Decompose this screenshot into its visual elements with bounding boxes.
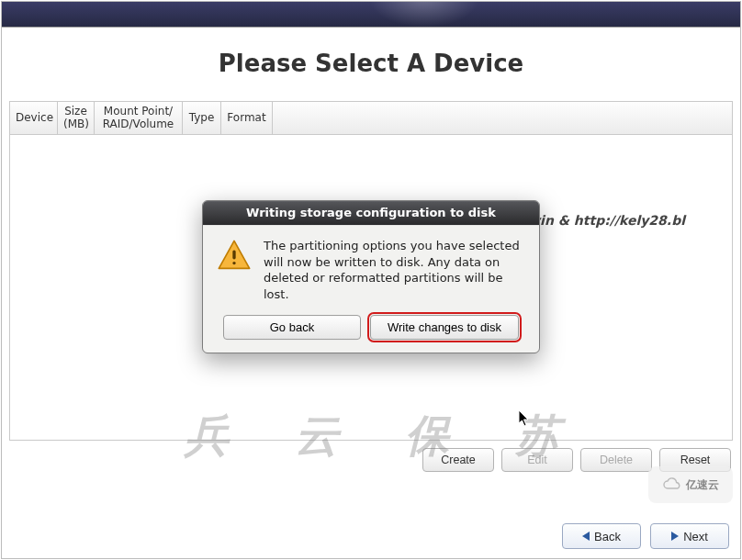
cloud-icon bbox=[662, 477, 682, 492]
partition-action-row: Create Edit Delete Reset bbox=[2, 448, 731, 472]
svg-rect-1 bbox=[232, 262, 235, 264]
write-storage-dialog: Writing storage configuration to disk Th… bbox=[202, 200, 540, 353]
dialog-title: Writing storage configuration to disk bbox=[203, 201, 539, 225]
col-type[interactable]: Type bbox=[183, 102, 221, 134]
create-button[interactable]: Create bbox=[422, 448, 494, 472]
col-spacer bbox=[273, 102, 732, 134]
page-title: Please Select A Device bbox=[2, 50, 740, 77]
arrow-right-icon bbox=[671, 532, 679, 541]
page-title-area: Please Select A Device bbox=[2, 28, 740, 101]
write-changes-button[interactable]: Write changes to disk bbox=[370, 315, 519, 340]
edit-button: Edit bbox=[501, 448, 573, 472]
installer-header-bar bbox=[2, 2, 740, 28]
warning-icon bbox=[216, 238, 253, 274]
arrow-left-icon bbox=[582, 532, 590, 541]
delete-button: Delete bbox=[580, 448, 652, 472]
watermark-brand-text: 亿速云 bbox=[686, 477, 719, 493]
col-format[interactable]: Format bbox=[221, 102, 273, 134]
wizard-nav-row: Back Next bbox=[562, 523, 729, 549]
go-back-button[interactable]: Go back bbox=[223, 315, 361, 340]
col-mount[interactable]: Mount Point/ RAID/Volume bbox=[95, 102, 183, 134]
dialog-body: The partitioning options you have select… bbox=[203, 225, 539, 308]
dialog-message: The partitioning options you have select… bbox=[264, 238, 526, 302]
col-size[interactable]: Size (MB) bbox=[58, 102, 95, 134]
back-button[interactable]: Back bbox=[562, 523, 641, 549]
next-label: Next bbox=[683, 530, 708, 543]
col-device[interactable]: Device bbox=[10, 102, 58, 134]
next-button[interactable]: Next bbox=[650, 523, 729, 549]
back-label: Back bbox=[594, 530, 621, 543]
reset-button[interactable]: Reset bbox=[659, 448, 731, 472]
watermark-brand-logo: 亿速云 bbox=[648, 466, 733, 503]
dialog-action-row: Go back Write changes to disk bbox=[203, 308, 539, 353]
device-table-header: Device Size (MB) Mount Point/ RAID/Volum… bbox=[10, 102, 732, 135]
svg-rect-0 bbox=[232, 250, 235, 259]
